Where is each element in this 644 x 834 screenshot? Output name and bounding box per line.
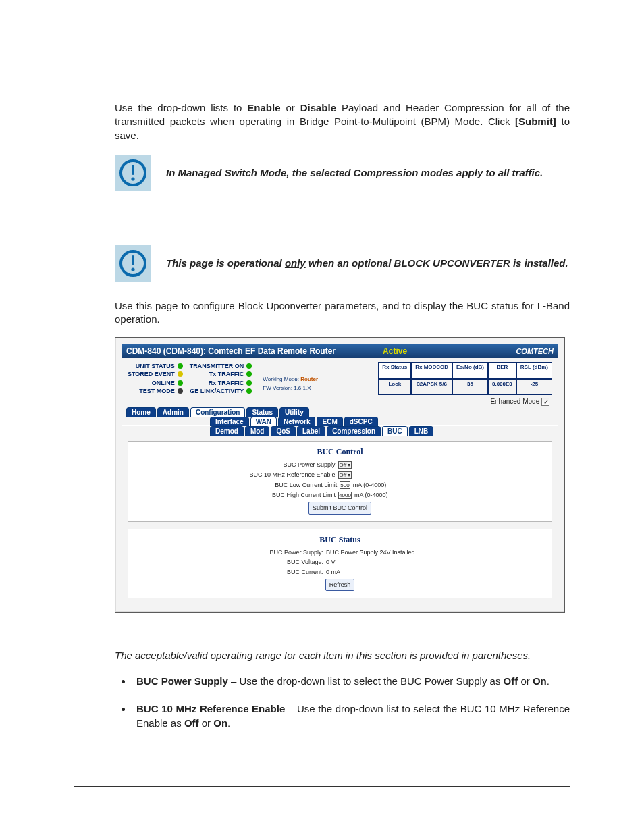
tab-home[interactable]: Home bbox=[126, 407, 156, 417]
svg-point-5 bbox=[131, 267, 134, 271]
logo: COMTECH bbox=[516, 347, 554, 355]
hint-high-current: mA (0-4000) bbox=[354, 490, 435, 500]
led-left-col: UNIT STATUS STORED EVENT ONLINE TEST MOD… bbox=[128, 362, 183, 395]
svg-rect-4 bbox=[132, 255, 134, 265]
tab-wan[interactable]: WAN bbox=[250, 417, 277, 426]
tab-admin[interactable]: Admin bbox=[157, 407, 189, 417]
lbl-high-current: BUC High Current Limit bbox=[244, 490, 336, 500]
tab-configuration[interactable]: Configuration bbox=[190, 407, 246, 417]
select-ref-enable[interactable]: Off ▾ bbox=[338, 471, 352, 479]
intro-paragraph-2: Use this page to configure Block Upconve… bbox=[115, 299, 570, 327]
tab-qos[interactable]: QoS bbox=[271, 426, 296, 436]
refresh-button[interactable]: Refresh bbox=[325, 579, 355, 591]
title-bar: CDM-840 (CDM-840): Comtech EF Data Remot… bbox=[122, 344, 558, 358]
svg-point-2 bbox=[131, 177, 134, 180]
tabs-level-2[interactable]: Interface WAN Network ECM dSCPC bbox=[122, 417, 558, 426]
lbl-ref-enable: BUC 10 MHz Reference Enable bbox=[244, 470, 336, 480]
note-2-text: This page is operational only when an op… bbox=[166, 257, 568, 270]
tab-compression[interactable]: Compression bbox=[327, 426, 381, 436]
tab-label[interactable]: Label bbox=[297, 426, 325, 436]
intro-paragraph-1: Use the drop-down lists to Enable or Dis… bbox=[115, 101, 570, 142]
tab-status[interactable]: Status bbox=[246, 407, 278, 417]
tab-lnb[interactable]: LNB bbox=[409, 426, 434, 436]
submit-buc-control-button[interactable]: Submit BUC Control bbox=[308, 502, 371, 514]
tab-demod[interactable]: Demod bbox=[210, 426, 244, 436]
status-active: Active bbox=[383, 346, 407, 356]
input-high-current[interactable]: 4000 bbox=[338, 492, 352, 499]
svg-rect-1 bbox=[132, 165, 134, 175]
hint-low-current: mA (0-4000) bbox=[353, 480, 434, 490]
tab-buc[interactable]: BUC bbox=[382, 426, 408, 436]
input-low-current[interactable]: 500 bbox=[340, 481, 350, 489]
note-1: In Managed Switch Mode, the selected Com… bbox=[115, 155, 570, 191]
footer-rule bbox=[74, 786, 570, 787]
rx-table: Rx Status Rx MODCOD Es/No (dB) BER RSL (… bbox=[378, 362, 552, 395]
tab-interface[interactable]: Interface bbox=[210, 417, 249, 426]
note-2: This page is operational only when an op… bbox=[115, 245, 570, 282]
led-mid-col: TRANSMITTER ON Tx TRAFFIC Rx TRAFFIC GE … bbox=[190, 362, 252, 395]
buc-status-panel: BUC Status BUC Power Supply:BUC Power Su… bbox=[128, 529, 552, 599]
tabs-level-1[interactable]: Home Admin Configuration Status Utility bbox=[122, 407, 558, 417]
bullet-list: BUC Power Supply – Use the drop-down lis… bbox=[115, 674, 570, 730]
tab-utility[interactable]: Utility bbox=[279, 407, 309, 417]
buc-status-title: BUC Status bbox=[132, 535, 547, 545]
tab-ecm[interactable]: ECM bbox=[317, 417, 342, 426]
alert-icon bbox=[115, 155, 151, 191]
title-text: CDM-840 (CDM-840): Comtech EF Data Remot… bbox=[126, 346, 336, 356]
select-power-supply[interactable]: Off ▾ bbox=[338, 461, 352, 469]
lbl-power-supply: BUC Power Supply bbox=[244, 460, 336, 470]
meta-col: Working Mode: Router FW Version: 1.6.1.X bbox=[263, 362, 318, 395]
router-ui: CDM-840 (CDM-840): Comtech EF Data Remot… bbox=[115, 337, 565, 613]
note-1-text: In Managed Switch Mode, the selected Com… bbox=[166, 166, 543, 180]
tab-dscpc[interactable]: dSCPC bbox=[344, 417, 378, 426]
tab-mod[interactable]: Mod bbox=[245, 426, 270, 436]
lbl-low-current: BUC Low Current Limit bbox=[246, 480, 337, 490]
range-note: The acceptable/valid operating range for… bbox=[115, 649, 570, 662]
buc-control-panel: BUC Control BUC Power Supply Off ▾ BUC 1… bbox=[128, 441, 552, 522]
enhanced-mode[interactable]: Enhanced Mode ✓ bbox=[122, 396, 558, 407]
tabs-level-3[interactable]: Demod Mod QoS Label Compression BUC LNB bbox=[122, 426, 558, 436]
buc-control-title: BUC Control bbox=[132, 447, 547, 457]
alert-icon bbox=[115, 245, 151, 282]
tab-network[interactable]: Network bbox=[278, 417, 315, 426]
